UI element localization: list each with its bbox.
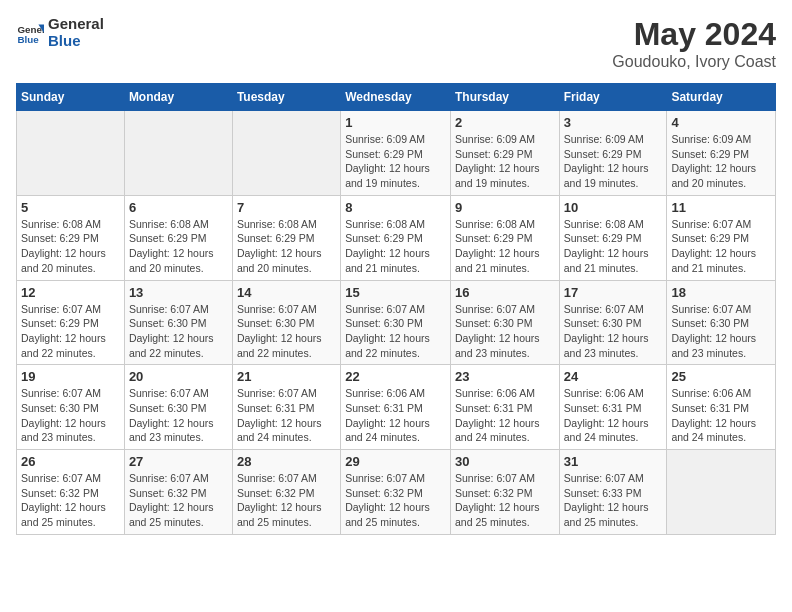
calendar-day-cell: 13Sunrise: 6:07 AM Sunset: 6:30 PM Dayli…: [124, 280, 232, 365]
calendar-day-cell: 7Sunrise: 6:08 AM Sunset: 6:29 PM Daylig…: [232, 195, 340, 280]
weekday-header-cell: Saturday: [667, 84, 776, 111]
day-number: 26: [21, 454, 120, 469]
day-info: Sunrise: 6:07 AM Sunset: 6:29 PM Dayligh…: [671, 217, 771, 276]
calendar-day-cell: 1Sunrise: 6:09 AM Sunset: 6:29 PM Daylig…: [341, 111, 451, 196]
day-info: Sunrise: 6:07 AM Sunset: 6:30 PM Dayligh…: [129, 302, 228, 361]
day-info: Sunrise: 6:07 AM Sunset: 6:30 PM Dayligh…: [564, 302, 663, 361]
calendar-day-cell: 19Sunrise: 6:07 AM Sunset: 6:30 PM Dayli…: [17, 365, 125, 450]
day-number: 3: [564, 115, 663, 130]
weekday-header-cell: Monday: [124, 84, 232, 111]
calendar-day-cell: 5Sunrise: 6:08 AM Sunset: 6:29 PM Daylig…: [17, 195, 125, 280]
day-info: Sunrise: 6:07 AM Sunset: 6:30 PM Dayligh…: [129, 386, 228, 445]
day-number: 4: [671, 115, 771, 130]
day-info: Sunrise: 6:06 AM Sunset: 6:31 PM Dayligh…: [671, 386, 771, 445]
day-number: 21: [237, 369, 336, 384]
calendar-day-cell: 24Sunrise: 6:06 AM Sunset: 6:31 PM Dayli…: [559, 365, 667, 450]
weekday-header-row: SundayMondayTuesdayWednesdayThursdayFrid…: [17, 84, 776, 111]
weekday-header-cell: Tuesday: [232, 84, 340, 111]
day-number: 17: [564, 285, 663, 300]
svg-text:Blue: Blue: [17, 33, 39, 44]
day-number: 28: [237, 454, 336, 469]
day-number: 13: [129, 285, 228, 300]
calendar-day-cell: 6Sunrise: 6:08 AM Sunset: 6:29 PM Daylig…: [124, 195, 232, 280]
calendar-day-cell: 21Sunrise: 6:07 AM Sunset: 6:31 PM Dayli…: [232, 365, 340, 450]
calendar-week-row: 5Sunrise: 6:08 AM Sunset: 6:29 PM Daylig…: [17, 195, 776, 280]
calendar-day-cell: 9Sunrise: 6:08 AM Sunset: 6:29 PM Daylig…: [450, 195, 559, 280]
logo: General Blue General Blue: [16, 16, 104, 49]
day-number: 22: [345, 369, 446, 384]
day-info: Sunrise: 6:07 AM Sunset: 6:30 PM Dayligh…: [455, 302, 555, 361]
day-info: Sunrise: 6:07 AM Sunset: 6:32 PM Dayligh…: [455, 471, 555, 530]
day-info: Sunrise: 6:07 AM Sunset: 6:30 PM Dayligh…: [21, 386, 120, 445]
calendar-day-cell: 18Sunrise: 6:07 AM Sunset: 6:30 PM Dayli…: [667, 280, 776, 365]
day-number: 25: [671, 369, 771, 384]
day-info: Sunrise: 6:09 AM Sunset: 6:29 PM Dayligh…: [671, 132, 771, 191]
day-number: 1: [345, 115, 446, 130]
calendar-day-cell: 27Sunrise: 6:07 AM Sunset: 6:32 PM Dayli…: [124, 450, 232, 535]
day-number: 24: [564, 369, 663, 384]
day-info: Sunrise: 6:07 AM Sunset: 6:29 PM Dayligh…: [21, 302, 120, 361]
day-info: Sunrise: 6:09 AM Sunset: 6:29 PM Dayligh…: [345, 132, 446, 191]
calendar-week-row: 19Sunrise: 6:07 AM Sunset: 6:30 PM Dayli…: [17, 365, 776, 450]
day-info: Sunrise: 6:06 AM Sunset: 6:31 PM Dayligh…: [564, 386, 663, 445]
calendar-day-cell: 15Sunrise: 6:07 AM Sunset: 6:30 PM Dayli…: [341, 280, 451, 365]
logo-icon: General Blue: [16, 19, 44, 47]
day-number: 19: [21, 369, 120, 384]
calendar-day-cell: 14Sunrise: 6:07 AM Sunset: 6:30 PM Dayli…: [232, 280, 340, 365]
day-number: 20: [129, 369, 228, 384]
day-info: Sunrise: 6:08 AM Sunset: 6:29 PM Dayligh…: [21, 217, 120, 276]
calendar-day-cell: 3Sunrise: 6:09 AM Sunset: 6:29 PM Daylig…: [559, 111, 667, 196]
day-info: Sunrise: 6:08 AM Sunset: 6:29 PM Dayligh…: [345, 217, 446, 276]
day-info: Sunrise: 6:07 AM Sunset: 6:32 PM Dayligh…: [129, 471, 228, 530]
calendar-day-cell: 8Sunrise: 6:08 AM Sunset: 6:29 PM Daylig…: [341, 195, 451, 280]
page-header: General Blue General Blue May 2024 Goudo…: [16, 16, 776, 71]
day-info: Sunrise: 6:06 AM Sunset: 6:31 PM Dayligh…: [455, 386, 555, 445]
day-number: 30: [455, 454, 555, 469]
calendar-day-cell: 11Sunrise: 6:07 AM Sunset: 6:29 PM Dayli…: [667, 195, 776, 280]
day-info: Sunrise: 6:08 AM Sunset: 6:29 PM Dayligh…: [455, 217, 555, 276]
calendar-day-cell: [124, 111, 232, 196]
day-number: 6: [129, 200, 228, 215]
weekday-header-cell: Thursday: [450, 84, 559, 111]
day-number: 12: [21, 285, 120, 300]
day-info: Sunrise: 6:09 AM Sunset: 6:29 PM Dayligh…: [564, 132, 663, 191]
day-info: Sunrise: 6:08 AM Sunset: 6:29 PM Dayligh…: [129, 217, 228, 276]
calendar-day-cell: 25Sunrise: 6:06 AM Sunset: 6:31 PM Dayli…: [667, 365, 776, 450]
day-info: Sunrise: 6:06 AM Sunset: 6:31 PM Dayligh…: [345, 386, 446, 445]
day-number: 2: [455, 115, 555, 130]
calendar-week-row: 1Sunrise: 6:09 AM Sunset: 6:29 PM Daylig…: [17, 111, 776, 196]
weekday-header-cell: Friday: [559, 84, 667, 111]
day-info: Sunrise: 6:07 AM Sunset: 6:33 PM Dayligh…: [564, 471, 663, 530]
day-info: Sunrise: 6:08 AM Sunset: 6:29 PM Dayligh…: [564, 217, 663, 276]
calendar-day-cell: 20Sunrise: 6:07 AM Sunset: 6:30 PM Dayli…: [124, 365, 232, 450]
location-subtitle: Goudouko, Ivory Coast: [612, 53, 776, 71]
calendar-day-cell: 30Sunrise: 6:07 AM Sunset: 6:32 PM Dayli…: [450, 450, 559, 535]
calendar-day-cell: 28Sunrise: 6:07 AM Sunset: 6:32 PM Dayli…: [232, 450, 340, 535]
calendar-week-row: 12Sunrise: 6:07 AM Sunset: 6:29 PM Dayli…: [17, 280, 776, 365]
day-number: 8: [345, 200, 446, 215]
calendar-day-cell: 4Sunrise: 6:09 AM Sunset: 6:29 PM Daylig…: [667, 111, 776, 196]
day-number: 10: [564, 200, 663, 215]
day-number: 29: [345, 454, 446, 469]
day-number: 7: [237, 200, 336, 215]
day-info: Sunrise: 6:07 AM Sunset: 6:32 PM Dayligh…: [21, 471, 120, 530]
day-info: Sunrise: 6:07 AM Sunset: 6:31 PM Dayligh…: [237, 386, 336, 445]
calendar-day-cell: 12Sunrise: 6:07 AM Sunset: 6:29 PM Dayli…: [17, 280, 125, 365]
day-number: 5: [21, 200, 120, 215]
day-number: 11: [671, 200, 771, 215]
calendar-day-cell: 10Sunrise: 6:08 AM Sunset: 6:29 PM Dayli…: [559, 195, 667, 280]
calendar-day-cell: [667, 450, 776, 535]
day-info: Sunrise: 6:07 AM Sunset: 6:30 PM Dayligh…: [237, 302, 336, 361]
calendar-day-cell: 31Sunrise: 6:07 AM Sunset: 6:33 PM Dayli…: [559, 450, 667, 535]
day-number: 16: [455, 285, 555, 300]
calendar-day-cell: [232, 111, 340, 196]
title-block: May 2024 Goudouko, Ivory Coast: [612, 16, 776, 71]
month-year-title: May 2024: [612, 16, 776, 53]
logo-blue-text: Blue: [48, 33, 104, 50]
day-info: Sunrise: 6:07 AM Sunset: 6:32 PM Dayligh…: [237, 471, 336, 530]
day-number: 23: [455, 369, 555, 384]
day-info: Sunrise: 6:07 AM Sunset: 6:32 PM Dayligh…: [345, 471, 446, 530]
calendar-table: SundayMondayTuesdayWednesdayThursdayFrid…: [16, 83, 776, 535]
day-info: Sunrise: 6:08 AM Sunset: 6:29 PM Dayligh…: [237, 217, 336, 276]
weekday-header-cell: Sunday: [17, 84, 125, 111]
